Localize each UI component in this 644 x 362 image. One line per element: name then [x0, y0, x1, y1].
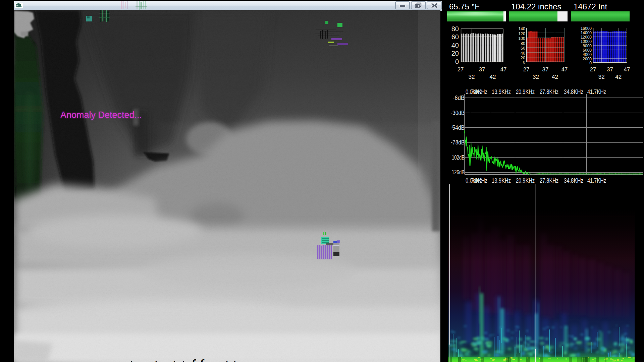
svg-text:40: 40	[521, 51, 525, 56]
svg-text:t stot+ffs tt: t stot+ffs tt	[129, 357, 240, 362]
svg-text:7.0KHz: 7.0KHz	[471, 88, 487, 95]
svg-text:34.8KHz: 34.8KHz	[564, 177, 583, 184]
svg-text:6000: 6000	[583, 48, 592, 53]
svg-text:47: 47	[561, 66, 568, 73]
svg-text:32: 32	[533, 74, 539, 80]
svg-text:60: 60	[451, 33, 459, 41]
svg-text:102dB: 102dB	[452, 154, 465, 161]
svg-text:-30dB: -30dB	[451, 110, 465, 116]
svg-text:20.9KHz: 20.9KHz	[516, 88, 535, 95]
svg-text:8000: 8000	[583, 44, 592, 48]
svg-text:14000: 14000	[581, 31, 592, 35]
svg-text:42: 42	[615, 74, 622, 80]
svg-text:32: 32	[598, 74, 605, 80]
svg-text:27: 27	[523, 66, 530, 73]
svg-text:47: 47	[500, 66, 507, 73]
svg-text:27: 27	[590, 66, 596, 73]
svg-text:80: 80	[451, 26, 459, 33]
svg-text:41.7KHz: 41.7KHz	[587, 88, 606, 95]
svg-text:16000: 16000	[581, 26, 592, 31]
svg-text:34.8KHz: 34.8KHz	[564, 88, 583, 95]
svg-text:20.9KHz: 20.9KHz	[516, 177, 535, 184]
svg-text:0: 0	[523, 60, 525, 65]
svg-text:120: 120	[518, 32, 525, 36]
svg-text:4000: 4000	[583, 52, 592, 57]
svg-text:37: 37	[607, 66, 613, 73]
svg-text:47: 47	[624, 66, 630, 73]
svg-text:41.7KHz: 41.7KHz	[587, 177, 606, 184]
svg-text:0: 0	[589, 61, 592, 65]
svg-text:60: 60	[521, 46, 525, 51]
svg-text:27.8KHz: 27.8KHz	[540, 88, 558, 95]
svg-text:13.9KHz: 13.9KHz	[492, 177, 511, 184]
svg-text:37: 37	[542, 66, 549, 73]
svg-text:100: 100	[518, 36, 525, 41]
svg-text:13.9KHz: 13.9KHz	[492, 88, 511, 95]
svg-text:40: 40	[451, 42, 459, 49]
svg-text:12000: 12000	[581, 35, 592, 40]
svg-text:126dB: 126dB	[452, 169, 465, 176]
svg-text:Anomaly Detected...: Anomaly Detected...	[60, 110, 142, 120]
svg-text:80: 80	[521, 41, 525, 46]
svg-text:32: 32	[469, 74, 475, 80]
svg-text:7.0KHz: 7.0KHz	[471, 177, 487, 184]
svg-text:42: 42	[490, 74, 496, 80]
svg-text:-78dB: -78dB	[451, 139, 465, 146]
svg-text:27.8KHz: 27.8KHz	[540, 177, 558, 184]
svg-text:-6dB: -6dB	[453, 95, 465, 101]
svg-text:140: 140	[518, 26, 525, 31]
svg-text:10000: 10000	[581, 39, 592, 44]
svg-text:37: 37	[479, 66, 485, 73]
svg-text:42: 42	[552, 74, 558, 80]
svg-text:0: 0	[455, 58, 459, 65]
svg-text:20: 20	[451, 50, 459, 57]
svg-text:27: 27	[458, 66, 464, 73]
svg-text:-54dB: -54dB	[450, 124, 465, 131]
